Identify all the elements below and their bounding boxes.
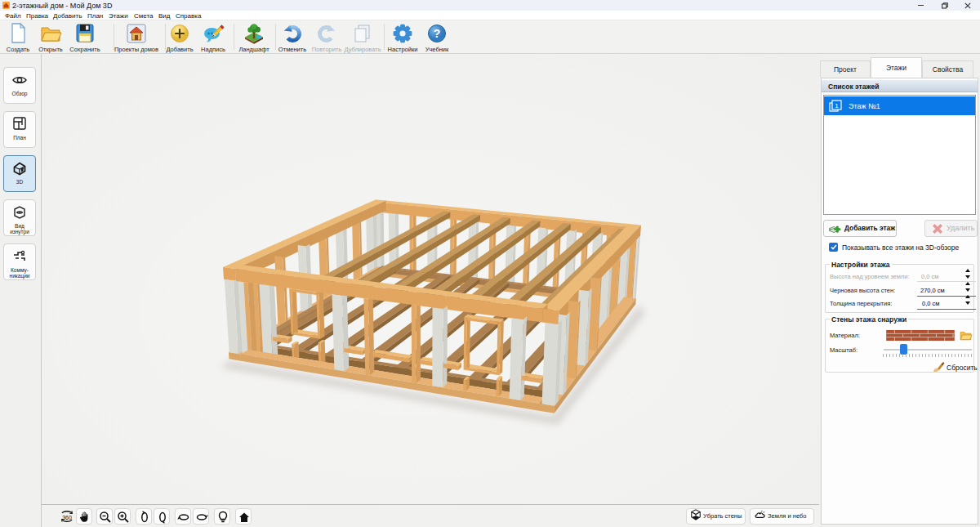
svg-text:?: ?: [434, 27, 441, 40]
svg-text:1: 1: [835, 102, 839, 109]
